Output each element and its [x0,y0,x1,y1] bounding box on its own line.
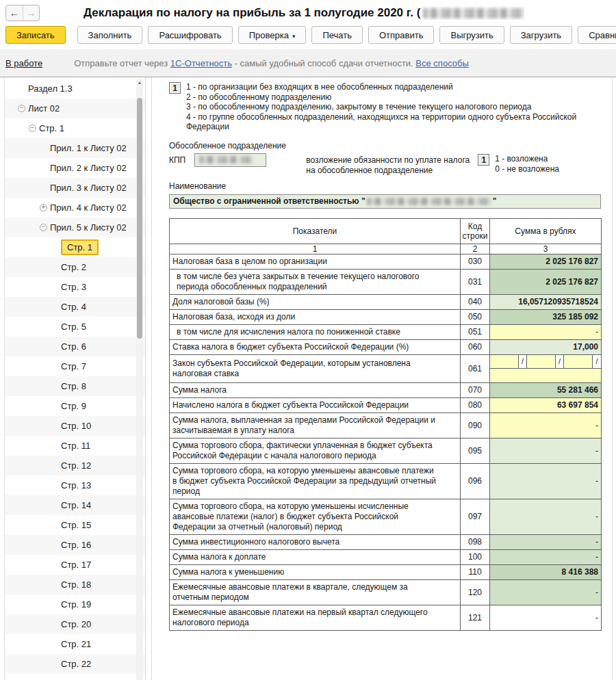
tree-item-label: Прил. 3 к Листу 02 [50,183,127,193]
row-value-cell[interactable]: - [490,579,602,605]
toolbar-button-fill[interactable]: Заполнить [77,26,143,44]
page-title-text: Декларация по налогу на прибыль за 1 пол… [84,6,420,20]
toolbar-button-decode[interactable]: Расшифровать [148,26,232,44]
tree-item[interactable]: −Прил. 5 к Листу 02 [5,218,145,237]
tree-item[interactable]: Стр. 4 [5,297,145,317]
row-value-cell[interactable]: - [490,438,602,463]
tree-item[interactable]: +Прил. 4 к Листу 02 [5,198,145,218]
row-value-cell[interactable]: 2 025 176 827 [490,254,602,269]
law-segment-field[interactable] [564,355,592,368]
table-row: в том числе для исчисления налога по пон… [170,324,602,339]
toolbar-button-import[interactable]: Загрузить [510,26,572,44]
row-value-cell[interactable]: - [490,324,602,339]
tree-item-label: Стр. 17 [61,560,91,570]
toolbar-button-check[interactable]: Проверка▾ [238,26,307,44]
tree-item-label: Стр. 3 [61,282,86,292]
scroll-up-icon[interactable]: ▲ [136,79,143,87]
tree-item[interactable]: Стр. 14 [5,495,145,515]
collapse-icon[interactable]: − [18,105,25,112]
company-name-field[interactable]: Общество с ограниченной ответственностью… [169,194,601,209]
tree-item[interactable]: −Лист 02 [5,99,145,118]
row-value-cell[interactable]: - [490,499,602,534]
tree-item[interactable]: Прил. 3 к Листу 02 [5,178,145,198]
tree-item[interactable]: Стр. 10 [5,416,145,436]
tree-item[interactable]: Стр. 21 [5,634,145,654]
tree-item[interactable]: Стр. 9 [5,396,145,416]
button-label: Проверка [249,30,289,40]
tree-item[interactable]: Стр. 6 [5,337,145,356]
row-value-cell[interactable]: - [490,534,602,549]
toolbar-button-send[interactable]: Отправить [368,26,434,44]
tree-item[interactable]: Стр. 2 [5,257,145,277]
tree-item[interactable]: Стр. 8 [5,376,145,396]
table-row: Доля налоговой базы (%)04016,05712093571… [170,294,602,309]
tree-item[interactable]: Стр. 16 [5,535,145,555]
dropdown-caret-icon: ▾ [292,33,296,40]
row-code-cell: 097 [461,499,490,534]
sidebar-scrollbar[interactable]: ▲ [136,79,143,680]
tree-item[interactable]: Стр. 12 [5,456,145,475]
row-value-cell[interactable]: - [490,413,602,438]
law-segment-field[interactable] [490,355,518,368]
scrollbar-thumb[interactable] [137,98,142,339]
panel-splitter[interactable] [145,77,152,680]
table-row: Сумма налога к уменьшению1108 416 388 [170,564,602,579]
tree-item[interactable]: Стр. 20 [5,614,145,634]
tree-item[interactable]: Прил. 1 к Листу 02 [5,138,145,158]
law-top-row: /// [490,355,601,369]
tree-item[interactable]: Стр. 5 [5,317,145,337]
status-message-before: Отправьте отчет через [74,58,170,68]
law-bottom-field[interactable] [490,369,601,382]
tree-item[interactable]: Стр. 22 [5,654,145,674]
row-value-cell[interactable]: - [490,605,602,630]
tree-item-label: Стр. 4 [61,302,86,312]
report-state-link[interactable]: В работе [5,58,42,68]
tree-item[interactable]: Стр. 18 [5,575,145,594]
law-segment-field[interactable] [527,355,555,368]
row-label-cell: Доля налоговой базы (%) [170,294,461,309]
row-value-cell[interactable]: 17,000 [490,339,602,354]
tree-item[interactable]: Стр. 3 [5,277,145,297]
back-button[interactable]: ← [6,5,23,21]
1c-reporting-link[interactable]: 1С-Отчетность [170,58,232,68]
right-edge-splitter[interactable] [612,77,616,680]
history-nav: ← → [5,5,40,21]
row-value-cell[interactable]: 63 697 854 [490,397,602,413]
row-value-cell[interactable]: 325 185 092 [490,309,602,324]
kpp-field[interactable] [194,153,266,167]
row-value-cell[interactable]: - [490,463,602,499]
row-value-cell[interactable]: - [490,549,602,564]
row-value-cell[interactable]: 16,057120935718524 [490,294,602,309]
tax-duty-flag-field[interactable]: 1 [478,154,489,166]
toolbar-button-print[interactable]: Печать [311,26,363,44]
tree-item[interactable]: Стр. 7 [5,356,145,376]
tree-item-label: Стр. 8 [61,381,86,391]
row-value-cell[interactable]: 2 025 176 827 [490,269,602,294]
row-value-cell[interactable]: 55 281 466 [490,382,602,397]
toolbar-button-export[interactable]: Выгрузить [439,26,504,44]
tree-item[interactable]: Стр. 19 [5,594,145,614]
toolbar-button-compare[interactable]: Сравнить [578,26,616,44]
tax-duty-note-line1: возложение обязанности по уплате налога [306,155,470,166]
tree-item[interactable]: Раздел 1.3 [5,79,145,99]
collapse-icon[interactable]: − [29,125,36,132]
tree-item[interactable]: Стр. 15 [5,515,145,535]
tree-item[interactable]: Стр. 11 [5,436,145,456]
all-methods-link[interactable]: Все способы [415,58,468,68]
toolbar-button-save[interactable]: Записать [5,26,66,44]
tree-item[interactable]: Стр. 23 [5,674,145,680]
tree-item-selected[interactable]: Стр. 1 [5,237,145,257]
tree-item[interactable]: Стр. 13 [5,475,145,495]
tree-item[interactable]: −Стр. 1 [5,118,145,138]
column-number: 3 [490,244,602,254]
tree-item[interactable]: Прил. 2 к Листу 02 [5,158,145,178]
column-header: Показатели [170,218,461,244]
subdivision-type-field[interactable]: 1 [169,82,181,94]
subdivision-option-1: 1 - по организации без входящих в нее об… [186,82,612,92]
redacted-org-name [423,8,524,18]
forward-button[interactable]: → [23,5,40,21]
tree-item[interactable]: Стр. 17 [5,555,145,575]
row-value-cell[interactable]: 8 416 388 [490,564,602,579]
expand-icon[interactable]: + [40,204,47,211]
collapse-icon[interactable]: − [40,224,47,231]
